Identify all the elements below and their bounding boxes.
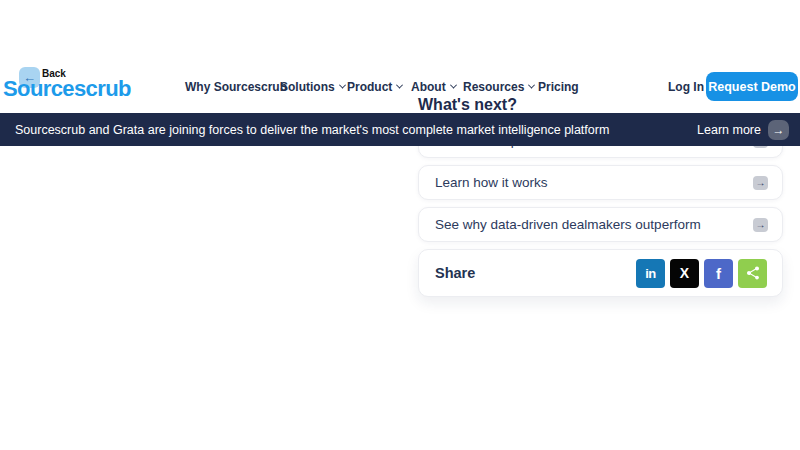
nav-item-pricing[interactable]: Pricing bbox=[538, 80, 579, 94]
nav-item-product[interactable]: Product bbox=[347, 80, 402, 94]
link-label: Learn how it works bbox=[435, 175, 548, 190]
learn-more-button[interactable]: Learn more → bbox=[697, 120, 789, 140]
sourcescrub-logo[interactable]: Sourcescrub bbox=[3, 76, 131, 102]
arrow-right-icon[interactable]: → bbox=[753, 176, 768, 190]
facebook-share-button[interactable]: f bbox=[704, 259, 733, 288]
nav-item-resources[interactable]: Resources bbox=[463, 80, 534, 94]
chevron-down-icon bbox=[528, 82, 535, 89]
link-row-dealmakers-outperform[interactable]: See why data-driven dealmakers outperfor… bbox=[418, 207, 783, 242]
nav-label: Pricing bbox=[538, 80, 579, 94]
announcement-text: Sourcescrub and Grata are joining forces… bbox=[15, 123, 609, 137]
social-button-group: in X f bbox=[636, 259, 767, 288]
x-share-button[interactable]: X bbox=[670, 259, 699, 288]
linkedin-icon: in bbox=[645, 266, 656, 281]
chevron-down-icon bbox=[339, 82, 346, 89]
x-icon: X bbox=[680, 265, 689, 281]
learn-more-label: Learn more bbox=[697, 123, 761, 137]
announcement-banner: Sourcescrub and Grata are joining forces… bbox=[0, 113, 800, 146]
nav-item-why-sourcescrub[interactable]: Why Sourcescrub bbox=[185, 80, 287, 94]
arrow-right-icon[interactable]: → bbox=[753, 218, 768, 232]
nav-label: Why Sourcescrub bbox=[185, 80, 287, 94]
linkedin-share-button[interactable]: in bbox=[636, 259, 665, 288]
page: ← Sourcescrub Back Why Sourcescrub Solut… bbox=[0, 0, 800, 450]
login-link[interactable]: Log In bbox=[668, 80, 704, 94]
chevron-down-icon bbox=[396, 82, 403, 89]
back-button-label[interactable]: Back bbox=[42, 68, 66, 79]
share-label: Share bbox=[435, 265, 475, 281]
whats-next-title: What's next? bbox=[418, 96, 517, 114]
share-card: Share in X f bbox=[418, 249, 783, 297]
link-row-learn-how-it-works[interactable]: Learn how it works → bbox=[418, 165, 783, 200]
share-nodes-icon bbox=[745, 265, 761, 281]
nav-label: Product bbox=[347, 80, 392, 94]
nav-label: About bbox=[411, 80, 446, 94]
nav-item-solutions[interactable]: Solutions bbox=[280, 80, 345, 94]
chevron-down-icon bbox=[450, 82, 457, 89]
nav-label: Solutions bbox=[280, 80, 335, 94]
nav-item-about[interactable]: About bbox=[411, 80, 456, 94]
request-demo-button[interactable]: Request Demo bbox=[706, 72, 798, 101]
nav-label: Resources bbox=[463, 80, 524, 94]
facebook-icon: f bbox=[716, 265, 721, 282]
sharethis-share-button[interactable] bbox=[738, 259, 767, 288]
arrow-right-icon: → bbox=[768, 120, 789, 140]
link-label: See why data-driven dealmakers outperfor… bbox=[435, 217, 701, 232]
